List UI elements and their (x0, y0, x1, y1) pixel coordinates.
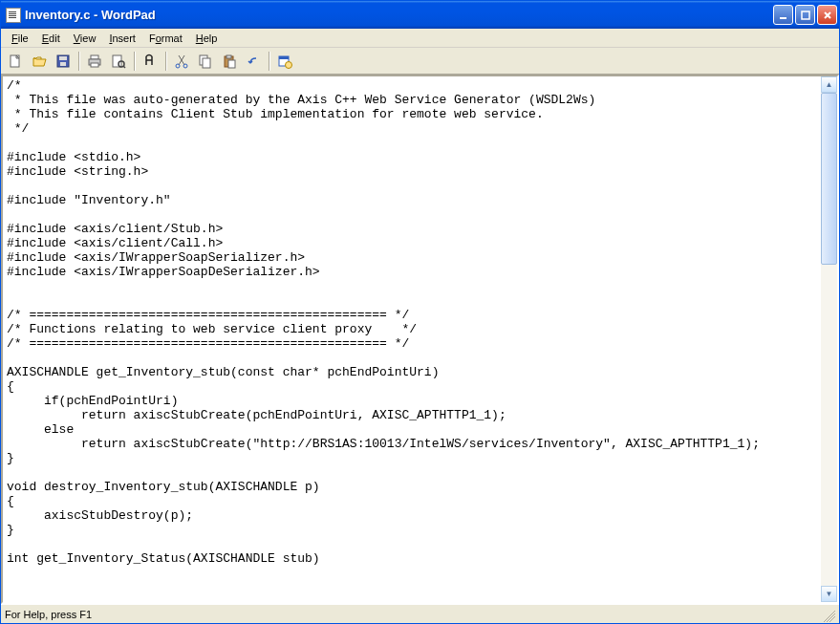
menu-view[interactable]: View (67, 31, 103, 46)
scroll-up-button[interactable]: ▲ (821, 76, 837, 93)
menubar: File Edit View Insert Format Help (1, 29, 839, 48)
scroll-down-button[interactable]: ▼ (821, 586, 837, 602)
svg-line-11 (123, 66, 125, 68)
paste-button[interactable] (219, 51, 240, 72)
svg-point-13 (183, 64, 187, 68)
new-button[interactable] (5, 51, 26, 72)
window-controls (773, 5, 837, 25)
toolbar-separator (134, 52, 135, 71)
vertical-scrollbar[interactable]: ▲ ▼ (821, 76, 837, 602)
print-preview-icon (111, 54, 126, 69)
toolbar-separator (269, 52, 269, 71)
copy-icon (198, 54, 213, 69)
titlebar[interactable]: Inventory.c - WordPad (1, 1, 839, 29)
print-preview-button[interactable] (108, 51, 129, 72)
new-file-icon (8, 54, 23, 69)
find-icon (142, 54, 158, 69)
resize-grip[interactable] (820, 607, 835, 622)
svg-point-21 (286, 61, 292, 68)
cut-icon (174, 54, 189, 69)
find-button[interactable] (140, 51, 161, 72)
open-folder-icon (32, 54, 47, 69)
insert-datetime-icon (277, 54, 292, 69)
svg-rect-15 (203, 58, 210, 68)
svg-rect-4 (59, 56, 67, 60)
editor-area: /* * This file was auto-generated by the… (1, 75, 839, 604)
copy-button[interactable] (195, 51, 216, 72)
svg-rect-20 (279, 56, 289, 59)
open-button[interactable] (29, 51, 50, 72)
save-button[interactable] (53, 51, 74, 72)
print-button[interactable] (84, 51, 105, 72)
undo-button[interactable] (243, 51, 264, 72)
application-window: Inventory.c - WordPad File Edit View Ins… (0, 0, 840, 624)
save-disk-icon (55, 54, 71, 69)
svg-point-12 (176, 64, 180, 68)
menu-file[interactable]: File (5, 31, 35, 46)
print-icon (87, 54, 102, 69)
close-icon (823, 11, 832, 20)
toolbar (1, 48, 839, 75)
status-text: For Help, press F1 (5, 609, 820, 620)
scroll-track[interactable] (821, 93, 837, 586)
svg-rect-5 (60, 62, 66, 66)
cut-button[interactable] (171, 51, 192, 72)
toolbar-separator (165, 52, 166, 71)
menu-format[interactable]: Format (142, 31, 189, 46)
svg-rect-17 (226, 55, 231, 58)
menu-edit[interactable]: Edit (35, 31, 67, 46)
svg-rect-1 (802, 11, 809, 19)
toolbar-separator (78, 52, 79, 71)
datetime-button[interactable] (274, 51, 295, 72)
svg-rect-6 (91, 55, 98, 59)
svg-rect-0 (780, 17, 786, 19)
menu-help[interactable]: Help (189, 31, 225, 46)
statusbar: For Help, press F1 (1, 604, 839, 623)
minimize-button[interactable] (773, 5, 793, 25)
minimize-icon (779, 11, 788, 20)
undo-icon (246, 54, 261, 69)
menu-insert[interactable]: Insert (102, 31, 142, 46)
paste-icon (222, 54, 237, 69)
text-editor[interactable]: /* * This file was auto-generated by the… (3, 76, 821, 602)
scroll-thumb[interactable] (821, 93, 837, 265)
close-button[interactable] (817, 5, 837, 25)
maximize-button[interactable] (795, 5, 815, 25)
app-icon (6, 8, 21, 23)
svg-rect-8 (91, 63, 98, 67)
maximize-icon (801, 11, 810, 20)
svg-rect-18 (228, 60, 235, 68)
window-title: Inventory.c - WordPad (25, 8, 773, 22)
